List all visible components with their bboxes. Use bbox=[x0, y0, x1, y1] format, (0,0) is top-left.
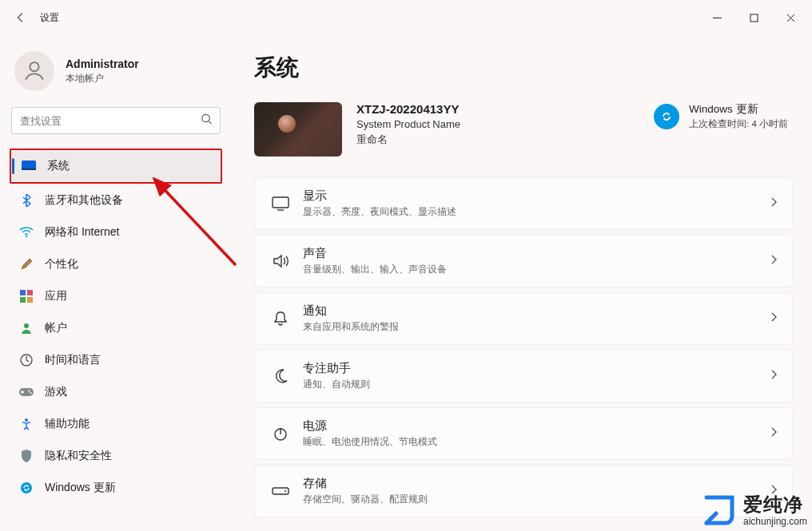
nav-item-network[interactable]: 网络和 Internet bbox=[10, 217, 222, 248]
titlebar: 设置 bbox=[0, 0, 812, 35]
device-block: XTZJ-20220413YY System Product Name 重命名 … bbox=[254, 102, 793, 157]
bell-icon bbox=[266, 311, 295, 327]
svg-point-5 bbox=[26, 236, 27, 237]
nav-item-label: 游戏 bbox=[45, 385, 67, 399]
nav-item-time-language[interactable]: 时间和语言 bbox=[10, 345, 222, 375]
svg-point-15 bbox=[25, 418, 28, 422]
search-icon bbox=[201, 113, 213, 129]
card-title: 存储 bbox=[303, 476, 428, 491]
svg-rect-17 bbox=[273, 197, 289, 208]
clock-globe-icon bbox=[19, 353, 34, 367]
device-rename-link[interactable]: 重命名 bbox=[356, 133, 460, 147]
device-info[interactable]: XTZJ-20220413YY System Product Name 重命名 bbox=[254, 102, 460, 157]
nav-item-label: 时间和语言 bbox=[45, 353, 101, 367]
nav-item-label: 网络和 Internet bbox=[45, 225, 119, 240]
nav-item-label: 个性化 bbox=[45, 257, 78, 271]
card-storage[interactable]: 存储 存储空间、驱动器、配置规则 bbox=[254, 465, 793, 517]
nav-item-label: Windows 更新 bbox=[45, 481, 116, 495]
storage-icon bbox=[266, 485, 295, 497]
nav-item-windows-update[interactable]: Windows 更新 bbox=[10, 473, 222, 503]
svg-rect-6 bbox=[20, 290, 26, 295]
profile-block[interactable]: Administrator 本地帐户 bbox=[10, 46, 222, 107]
chevron-right-icon bbox=[770, 254, 778, 268]
nav-item-label: 隐私和安全性 bbox=[45, 449, 112, 463]
sound-icon bbox=[266, 254, 295, 268]
svg-point-13 bbox=[28, 390, 30, 391]
back-button[interactable] bbox=[10, 6, 32, 29]
settings-cards: 显示 显示器、亮度、夜间模式、显示描述 声音 音量级别、输出、输入、声音设备 通… bbox=[254, 177, 793, 517]
bluetooth-icon bbox=[19, 193, 34, 208]
moon-icon bbox=[266, 368, 295, 384]
card-text: 专注助手 通知、自动规则 bbox=[303, 361, 370, 391]
search-wrap bbox=[11, 107, 221, 134]
svg-point-2 bbox=[202, 114, 209, 121]
device-product: System Product Name bbox=[356, 118, 460, 130]
nav-item-label: 辅助功能 bbox=[45, 417, 90, 431]
svg-point-1 bbox=[30, 62, 38, 71]
nav-item-accessibility[interactable]: 辅助功能 bbox=[10, 409, 222, 439]
svg-point-16 bbox=[21, 482, 32, 493]
svg-rect-7 bbox=[27, 290, 33, 295]
search-input[interactable] bbox=[11, 107, 221, 134]
main-pane: 系统 XTZJ-20220413YY System Product Name 重… bbox=[232, 35, 812, 531]
card-sound[interactable]: 声音 音量级别、输出、输入、声音设备 bbox=[254, 235, 793, 287]
arrow-left-icon bbox=[15, 12, 26, 23]
card-text: 通知 来自应用和系统的警报 bbox=[303, 303, 399, 334]
nav-item-accounts[interactable]: 帐户 bbox=[10, 313, 222, 343]
svg-rect-8 bbox=[20, 297, 26, 303]
chevron-right-icon bbox=[770, 426, 778, 441]
window-title: 设置 bbox=[40, 11, 59, 25]
card-title: 声音 bbox=[303, 246, 447, 261]
card-subtitle: 存储空间、驱动器、配置规则 bbox=[303, 493, 428, 506]
page-title: 系统 bbox=[254, 53, 793, 83]
close-icon bbox=[786, 14, 795, 22]
card-subtitle: 音量级别、输出、输入、声音设备 bbox=[303, 263, 447, 276]
nav-item-label: 蓝牙和其他设备 bbox=[45, 193, 123, 208]
system-icon bbox=[22, 159, 36, 173]
svg-point-20 bbox=[285, 490, 286, 492]
close-button[interactable] bbox=[772, 6, 809, 30]
card-display[interactable]: 显示 显示器、亮度、夜间模式、显示描述 bbox=[254, 177, 793, 230]
profile-name: Administrator bbox=[66, 57, 139, 70]
update-circle-icon bbox=[654, 104, 679, 129]
chevron-right-icon bbox=[770, 369, 778, 383]
card-text: 显示 显示器、亮度、夜间模式、显示描述 bbox=[303, 188, 456, 219]
chevron-right-icon bbox=[770, 196, 778, 211]
card-subtitle: 来自应用和系统的警报 bbox=[303, 320, 399, 334]
profile-subtitle: 本地帐户 bbox=[66, 72, 139, 85]
maximize-button[interactable] bbox=[735, 6, 772, 30]
nav-item-privacy[interactable]: 隐私和安全性 bbox=[10, 441, 222, 471]
card-power[interactable]: 电源 睡眠、电池使用情况、节电模式 bbox=[254, 407, 793, 460]
card-text: 电源 睡眠、电池使用情况、节电模式 bbox=[303, 418, 437, 449]
card-notifications[interactable]: 通知 来自应用和系统的警报 bbox=[254, 292, 793, 345]
card-title: 通知 bbox=[303, 303, 399, 319]
avatar bbox=[14, 51, 54, 91]
gamepad-icon bbox=[19, 385, 34, 399]
windows-update-tile[interactable]: Windows 更新 上次检查时间: 4 小时前 bbox=[654, 102, 788, 130]
svg-point-14 bbox=[30, 392, 31, 394]
account-icon bbox=[19, 321, 34, 335]
nav-item-label: 系统 bbox=[47, 159, 70, 173]
nav-item-personalization[interactable]: 个性化 bbox=[10, 249, 222, 279]
content: Administrator 本地帐户 系统 蓝牙和其他设备 网络和 Intern… bbox=[0, 35, 812, 531]
sidebar: Administrator 本地帐户 系统 蓝牙和其他设备 网络和 Intern… bbox=[0, 35, 232, 531]
nav-item-gaming[interactable]: 游戏 bbox=[10, 377, 222, 407]
card-focus-assist[interactable]: 专注助手 通知、自动规则 bbox=[254, 350, 793, 402]
card-subtitle: 显示器、亮度、夜间模式、显示描述 bbox=[303, 205, 456, 219]
chevron-right-icon bbox=[770, 311, 778, 326]
nav-item-bluetooth[interactable]: 蓝牙和其他设备 bbox=[10, 185, 222, 216]
windows-update-text: Windows 更新 上次检查时间: 4 小时前 bbox=[689, 102, 788, 130]
minimize-button[interactable] bbox=[699, 6, 735, 30]
nav-item-apps[interactable]: 应用 bbox=[10, 281, 222, 311]
minimize-icon bbox=[713, 14, 722, 22]
chevron-right-icon bbox=[770, 484, 778, 498]
maximize-icon bbox=[750, 14, 758, 22]
windows-update-title: Windows 更新 bbox=[689, 102, 788, 117]
card-title: 电源 bbox=[303, 418, 437, 434]
profile-text: Administrator 本地帐户 bbox=[66, 57, 139, 85]
monitor-icon bbox=[266, 196, 295, 211]
person-icon bbox=[22, 58, 47, 84]
accessibility-icon bbox=[19, 417, 34, 431]
power-icon bbox=[266, 426, 295, 442]
nav-item-system[interactable]: 系统 bbox=[12, 151, 220, 181]
